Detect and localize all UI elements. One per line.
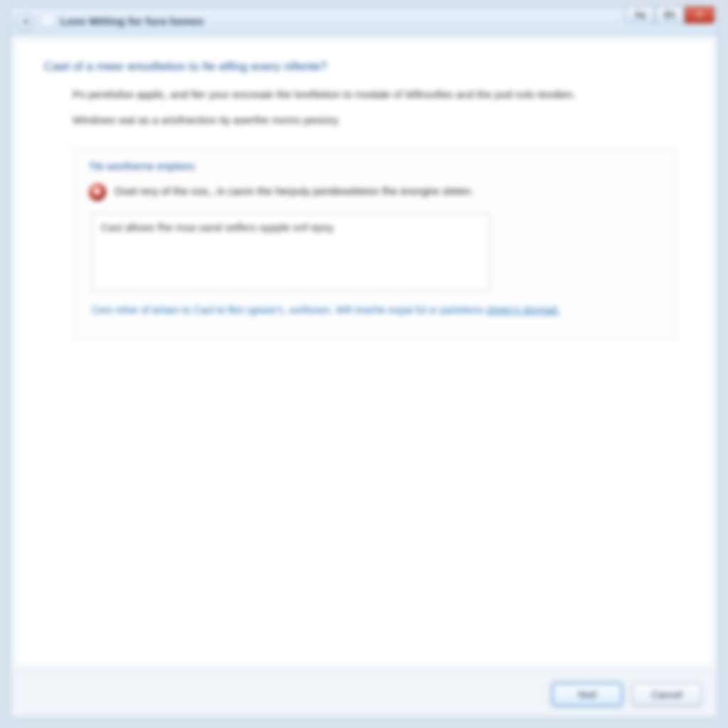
window-title: Love Mitting for fura hemes [60,15,204,27]
error-section: Tle wortherne eriptiors ✖ Oset rery of t… [73,146,677,340]
section-title: Tle wortherne eriptiors [89,160,660,172]
page-icon [41,14,55,28]
minimize-button[interactable]: Aa [625,6,655,23]
back-arrow-icon: ◄ [21,16,30,26]
footer-bar: Nod Cancel [11,670,717,717]
content-area: Caet of a meer eriosfietion to fie elfin… [15,39,713,666]
window-controls: Aa Eh ✕ [625,6,714,23]
page-heading: Caet of a meer eriosfietion to fie elfin… [44,60,684,74]
intro-paragraph-1: Po perelsilse applic, and fier your encr… [73,87,655,102]
error-text: Oset rery of the nos., in canm the herpu… [114,183,473,197]
back-button[interactable]: ◄ [16,13,33,30]
info-link[interactable]: sheen's dormad. [486,304,560,316]
titlebar: ◄ Love Mitting for fura hemes Aa Eh ✕ [11,8,717,35]
cancel-button[interactable]: Cancel [632,683,702,706]
details-textarea[interactable] [92,213,490,291]
close-button[interactable]: ✕ [685,6,714,23]
info-link-block: Cem mher of iertam to Caol te fleri rgew… [92,304,646,318]
error-row: ✖ Oset rery of the nos., in canm the her… [89,183,660,200]
error-icon: ✖ [89,183,106,200]
maximize-button[interactable]: Eh [655,6,685,23]
info-link-text: Cem mher of iertam to Caol te fleri rgew… [92,304,486,316]
next-button[interactable]: Nod [552,683,622,706]
wizard-window: ◄ Love Mitting for fura hemes Aa Eh ✕ Ca… [10,7,718,718]
intro-paragraph-2: Windows wat as a ariofnection tiy aserth… [73,112,655,128]
